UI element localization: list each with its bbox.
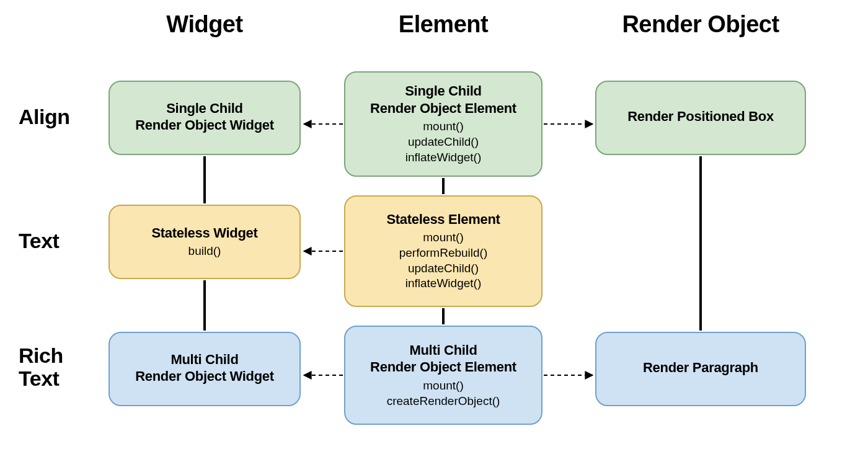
- box-title: Stateless Element: [386, 211, 500, 228]
- col-header-element: Element: [399, 11, 488, 38]
- box-methods: mount() createRenderObject(): [387, 378, 500, 409]
- box-rich-widget: Multi Child Render Object Widget: [108, 332, 301, 406]
- row-label-richtext: Rich Text: [19, 344, 63, 391]
- box-methods: build(): [188, 244, 221, 259]
- box-align-render: Render Positioned Box: [595, 81, 806, 155]
- diagram-stage: Widget Element Render Object Align Text …: [0, 0, 868, 449]
- box-title: Multi Child Render Object Widget: [135, 351, 274, 385]
- box-title: Single Child Render Object Element: [370, 82, 516, 117]
- box-align-widget: Single Child Render Object Widget: [108, 81, 301, 155]
- box-title: Render Positioned Box: [627, 108, 774, 125]
- box-rich-render: Render Paragraph: [595, 332, 806, 406]
- box-title: Multi Child Render Object Element: [370, 342, 516, 376]
- box-text-widget: Stateless Widget build(): [108, 205, 301, 279]
- box-text-element: Stateless Element mount() performRebuild…: [344, 195, 542, 307]
- box-title: Render Paragraph: [643, 359, 758, 376]
- row-label-align: Align: [19, 105, 69, 128]
- box-title: Single Child Render Object Widget: [135, 100, 274, 134]
- box-methods: mount() updateChild() inflateWidget(): [405, 119, 482, 165]
- row-label-text: Text: [19, 229, 59, 252]
- col-header-render: Render Object: [622, 11, 779, 38]
- box-rich-element: Multi Child Render Object Element mount(…: [344, 326, 542, 425]
- col-header-widget: Widget: [166, 11, 242, 38]
- box-title: Stateless Widget: [151, 225, 257, 242]
- box-methods: mount() performRebuild() updateChild() i…: [399, 230, 488, 291]
- box-align-element: Single Child Render Object Element mount…: [344, 71, 542, 177]
